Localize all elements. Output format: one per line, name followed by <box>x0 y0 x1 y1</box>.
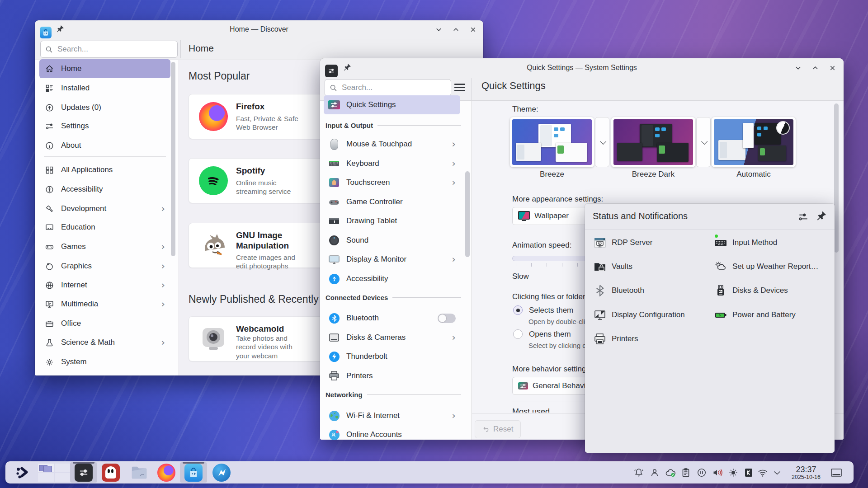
sidebar-item-games[interactable]: Games› <box>39 237 170 256</box>
sidebar-item-graphics[interactable]: Graphics› <box>39 257 170 276</box>
theme-option-breeze[interactable] <box>510 117 609 167</box>
nav-item-game-controller[interactable]: Game Controller <box>324 192 460 211</box>
app-launcher-button[interactable] <box>10 462 36 483</box>
sidebar-item-updates[interactable]: Updates (0) <box>39 98 170 117</box>
keyboard-layout-icon[interactable] <box>741 462 756 483</box>
sidebar-item-home[interactable]: Home <box>39 59 170 78</box>
settings-search-input[interactable] <box>341 83 446 93</box>
nav-group-header: Input & Output <box>326 122 461 129</box>
popup-item-printers[interactable]: Printers <box>594 331 638 347</box>
show-desktop-icon[interactable] <box>827 462 845 483</box>
settings-search[interactable] <box>325 79 451 96</box>
more-appearance-label: More appearance settings: <box>512 195 603 204</box>
sidebar-item-office[interactable]: Office <box>39 314 170 333</box>
media-pause-icon[interactable] <box>694 462 709 483</box>
nav-item-bluetooth[interactable]: Bluetooth <box>324 309 460 328</box>
nav-item-mouse-touchpad[interactable]: Mouse & Touchpad› <box>324 135 460 154</box>
hamburger-menu-icon[interactable] <box>454 82 465 93</box>
nav-item-disks-cameras[interactable]: Disks & Cameras› <box>324 328 460 347</box>
breeze-preview <box>512 119 592 165</box>
nav-item-thunderbolt[interactable]: Thunderbolt <box>324 347 460 366</box>
night-light-icon[interactable] <box>726 462 741 483</box>
bluetooth-icon <box>328 312 340 324</box>
nav-item-wifi-internet[interactable]: Wi-Fi & Internet› <box>324 406 460 425</box>
minimize-button[interactable] <box>793 63 803 73</box>
task-discover[interactable] <box>180 462 207 483</box>
radio-selects-them[interactable]: Selects them <box>513 305 573 315</box>
task-konqueror[interactable] <box>208 462 235 483</box>
minimize-button[interactable] <box>434 24 443 34</box>
popup-item-input-method[interactable]: Input Method <box>714 235 777 250</box>
discover-sidebar-scrollbar[interactable] <box>171 62 175 256</box>
popup-item-display-configuration[interactable]: Display Configuration <box>594 307 685 323</box>
close-button[interactable] <box>827 63 837 73</box>
settings-titlebar[interactable]: Quick Settings — System Settings <box>320 58 844 77</box>
theme-option-breeze-dark[interactable] <box>611 117 711 167</box>
nav-item-printers[interactable]: Printers <box>324 366 460 385</box>
sidebar-item-all-applications[interactable]: All Applications <box>39 160 170 179</box>
bluetooth-toggle[interactable] <box>438 314 456 323</box>
desktop-3-cell[interactable] <box>38 473 54 482</box>
desktop-4-cell[interactable] <box>55 473 71 482</box>
sidebar-item-installed[interactable]: Installed <box>39 79 170 98</box>
slow-label: Slow <box>512 272 529 281</box>
expand-tray-chevron-icon[interactable] <box>769 462 785 483</box>
sidebar-item-system[interactable]: System <box>39 352 170 371</box>
sidebar-item-science-math[interactable]: Science & Math› <box>39 333 170 352</box>
volume-icon[interactable] <box>710 462 726 483</box>
popup-item-bluetooth[interactable]: Bluetooth <box>594 283 644 298</box>
reset-button[interactable]: Reset <box>475 420 521 438</box>
task-firefox[interactable] <box>153 462 180 483</box>
sidebar-item-settings[interactable]: Settings <box>39 117 170 136</box>
desktop-2-cell[interactable] <box>55 464 71 472</box>
maximize-button[interactable] <box>451 24 461 34</box>
discover-search[interactable] <box>40 41 178 58</box>
task-ghostwriter[interactable] <box>98 462 124 483</box>
nav-item-accessibility[interactable]: Accessibility <box>324 269 460 288</box>
digital-clock[interactable]: 23:37 2025-10-16 <box>788 463 825 482</box>
discover-search-input[interactable] <box>57 44 173 54</box>
radio-opens-them[interactable]: Opens them <box>513 329 571 339</box>
breeze-dark-variant-chevron-button[interactable] <box>696 117 711 167</box>
configure-icon[interactable] <box>797 211 809 225</box>
settings-sidebar-scrollbar[interactable] <box>465 171 470 257</box>
wifi-icon[interactable] <box>755 462 770 483</box>
close-button[interactable] <box>468 24 478 34</box>
desktop-1-cell[interactable] <box>38 464 54 472</box>
cloud-status-icon[interactable] <box>663 462 678 483</box>
user-switcher-icon[interactable] <box>647 462 662 483</box>
mouse-icon <box>328 138 340 150</box>
breeze-variant-chevron-button[interactable] <box>595 117 609 167</box>
updates-icon <box>45 103 54 113</box>
sidebar-item-about[interactable]: About <box>39 136 170 155</box>
clipboard-icon[interactable] <box>678 462 693 483</box>
accessibility-icon <box>45 185 54 194</box>
maximize-button[interactable] <box>810 63 820 73</box>
nav-item-drawing-tablet[interactable]: Drawing Tablet <box>324 211 460 230</box>
sidebar-item-internet[interactable]: Internet› <box>39 276 170 295</box>
nav-item-sound[interactable]: Sound <box>324 231 460 250</box>
sidebar-item-multimedia[interactable]: Multimedia› <box>39 295 170 314</box>
nav-item-online-accounts[interactable]: Online Accounts <box>324 425 460 444</box>
nav-item-touchscreen[interactable]: Touchscreen› <box>324 173 460 192</box>
popup-item-weather[interactable]: Set up Weather Report… <box>714 259 819 274</box>
nav-item-quick-settings[interactable]: Quick Settings <box>324 95 460 114</box>
task-system-settings[interactable] <box>70 462 97 483</box>
sidebar-item-development[interactable]: Development› <box>39 199 170 218</box>
sidebar-item-education[interactable]: Education <box>39 218 170 237</box>
popup-item-disks-devices[interactable]: Disks & Devices <box>714 283 788 298</box>
discover-titlebar[interactable]: Home — Discover <box>35 20 483 38</box>
sidebar-item-accessibility[interactable]: Accessibility <box>39 180 170 199</box>
popup-item-rdp-server[interactable]: RDP Server <box>594 235 652 250</box>
theme-option-automatic[interactable] <box>712 117 796 167</box>
virtual-desktop-pager[interactable] <box>37 462 71 483</box>
nav-item-display-monitor[interactable]: Display & Monitor› <box>324 250 460 269</box>
popup-item-vaults[interactable]: Vaults <box>594 259 632 274</box>
settings-content-scrollbar[interactable] <box>834 103 839 253</box>
pin-icon[interactable] <box>816 210 827 224</box>
popup-item-power-battery[interactable]: Power and Battery <box>714 307 796 323</box>
task-file-manager[interactable] <box>126 462 153 483</box>
nav-item-keyboard[interactable]: Keyboard› <box>324 154 460 173</box>
printers-icon <box>594 333 606 345</box>
notifications-bell-icon[interactable] <box>631 462 646 483</box>
